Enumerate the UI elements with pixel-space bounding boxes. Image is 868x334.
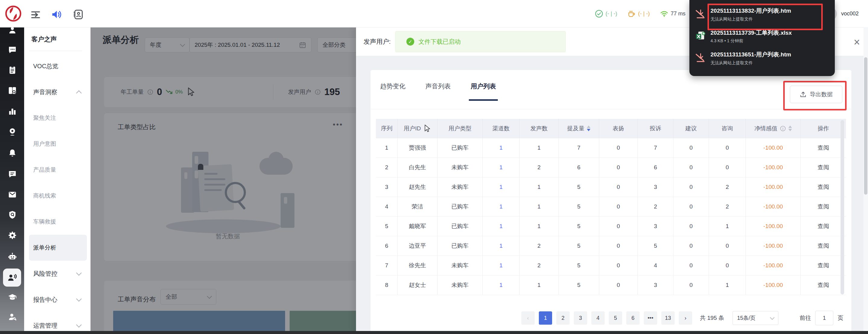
page-button-1[interactable]: 1 xyxy=(539,311,552,325)
page-button-3[interactable]: 3 xyxy=(574,311,587,325)
review-link[interactable]: 查阅 xyxy=(801,177,846,197)
cell-投诉: 3 xyxy=(638,177,673,197)
page-scrollbar-thumb[interactable] xyxy=(864,57,867,194)
book-search-icon xyxy=(8,86,17,95)
user-name[interactable]: voc002 xyxy=(841,0,859,27)
goto-page: 前往1页 xyxy=(800,311,843,325)
tab-用户列表[interactable]: 用户列表 xyxy=(471,82,496,101)
sidebar-item-风险管控[interactable]: 风险管控 xyxy=(29,261,87,286)
sidebar-item-车辆救援[interactable]: 车辆救援 xyxy=(29,209,87,235)
contacts-icon[interactable] xyxy=(72,9,84,20)
chevron-down-icon xyxy=(76,322,82,327)
cell-表扬: 0 xyxy=(599,197,638,217)
page-size-select[interactable]: 15条/页 xyxy=(733,311,778,325)
cell-用户类型: 未购车 xyxy=(437,177,483,197)
column-header-提及量[interactable]: 提及量 xyxy=(559,119,599,138)
sidebar-item-聚焦关注[interactable]: 聚焦关注 xyxy=(29,105,87,131)
cell-渠道数[interactable]: 1 xyxy=(483,217,520,236)
bell-icon xyxy=(8,148,17,157)
rail-item-user-key[interactable] xyxy=(8,312,17,321)
cell-序列: 5 xyxy=(376,217,398,236)
cell-渠道数[interactable]: 1 xyxy=(483,197,520,217)
download-item[interactable]: 20251113113739-工单列表.xlsx4.3 KB • 1 分钟前 xyxy=(693,26,829,47)
cell-渠道数[interactable]: 1 xyxy=(483,236,520,256)
page-button-6[interactable]: 6 xyxy=(626,311,640,325)
chevron-down-icon xyxy=(76,296,82,301)
page-button-‹[interactable]: ‹ xyxy=(521,311,535,325)
cell-渠道数[interactable]: 1 xyxy=(483,158,520,177)
user-table: 序列用户ID用户类型渠道数发声数提及量表扬投诉建议咨询净情感值操作 1贾强强已购… xyxy=(376,119,846,295)
rail-item-user-voice[interactable] xyxy=(3,269,21,286)
cell-用户类型: 未购车 xyxy=(437,158,483,177)
rail-item-book-search[interactable] xyxy=(8,86,17,95)
review-link[interactable]: 查阅 xyxy=(801,138,846,158)
announcement-icon[interactable] xyxy=(51,9,62,20)
cell-建议: 0 xyxy=(673,236,709,256)
cell-渠道数[interactable]: 1 xyxy=(483,256,520,275)
rail-item-shield-q[interactable] xyxy=(8,210,17,219)
cell-渠道数[interactable]: 1 xyxy=(483,177,520,197)
cell-表扬: 0 xyxy=(599,177,638,197)
drawer-title: 发声用户: xyxy=(364,27,391,56)
page-button-5[interactable]: 5 xyxy=(609,311,622,325)
sort-carets-icon[interactable] xyxy=(788,125,792,131)
wifi-icon xyxy=(660,10,668,18)
cell-渠道数[interactable]: 1 xyxy=(483,138,520,158)
goto-page-input[interactable]: 1 xyxy=(815,311,833,325)
review-link[interactable]: 查阅 xyxy=(801,158,846,177)
review-link[interactable]: 查阅 xyxy=(801,197,846,217)
chevron-down-icon xyxy=(770,315,775,320)
sidebar-item-label: 车辆救援 xyxy=(33,218,56,226)
column-header-净情感值[interactable]: 净情感值 xyxy=(746,119,801,138)
sidebar-item-VOC总览[interactable]: VOC总览 xyxy=(29,53,87,79)
table-scrollbar[interactable] xyxy=(841,120,844,295)
download-file-name: 20251113113832-用户列表.htm xyxy=(711,7,791,16)
rail-item-chat-dots[interactable] xyxy=(8,45,17,54)
rail-item-chat-lines[interactable] xyxy=(8,170,17,179)
cell-发声数: 1 xyxy=(520,197,559,217)
rail-item-graduation-cap[interactable] xyxy=(8,293,17,302)
network-status: 77 ms xyxy=(660,0,685,27)
rail-item-gear[interactable] xyxy=(8,231,17,240)
sidebar-item-声音洞察[interactable]: 声音洞察 xyxy=(29,79,87,105)
download-item[interactable]: 20251113113832-用户列表.htm无法从网站上提取文件 xyxy=(693,4,829,25)
rail-item-clipboard[interactable] xyxy=(8,65,17,74)
sidebar-item-派单分析[interactable]: 派单分析 xyxy=(29,235,87,261)
graduation-cap-icon xyxy=(8,293,17,302)
rail-item-bar-chart[interactable] xyxy=(8,107,17,116)
cell-用户类型: 已购车 xyxy=(437,197,483,217)
pagination-total: 共 195 条 xyxy=(700,314,724,322)
table-row: 3赵先生未购车1150302-100.00查阅 xyxy=(376,177,846,197)
sidebar-item-商机线索[interactable]: 商机线索 xyxy=(29,183,87,209)
page-button-›[interactable]: › xyxy=(679,311,692,325)
review-link[interactable]: 查阅 xyxy=(801,236,846,256)
blocked-download-icon xyxy=(695,8,706,19)
cell-建议: 0 xyxy=(673,158,709,177)
rail-item-mail[interactable] xyxy=(8,190,17,199)
download-item[interactable]: 20251113113651-用户列表.htm无法从网站上提取文件 xyxy=(693,48,829,68)
review-link[interactable]: 查阅 xyxy=(801,275,846,295)
page-button-2[interactable]: 2 xyxy=(556,311,569,325)
review-link[interactable]: 查阅 xyxy=(801,256,846,275)
pagination: ‹123456•••13›共 195 条15条/页前往1页 xyxy=(521,311,843,325)
column-label: 建议 xyxy=(685,125,697,132)
tab-声音列表[interactable]: 声音列表 xyxy=(425,82,451,101)
rail-item-bell[interactable] xyxy=(8,148,17,157)
rail-item-robot[interactable] xyxy=(8,252,17,261)
column-header-用户类型: 用户类型 xyxy=(437,119,483,138)
sidebar-item-报告中心[interactable]: 报告中心 xyxy=(29,286,87,312)
page-button-13[interactable]: 13 xyxy=(661,311,675,325)
page-button-•••[interactable]: ••• xyxy=(644,311,657,325)
sort-carets-icon[interactable] xyxy=(587,125,590,131)
review-link[interactable]: 查阅 xyxy=(801,217,846,236)
goto-unit: 页 xyxy=(838,314,843,322)
page-button-4[interactable]: 4 xyxy=(591,311,604,325)
close-icon[interactable]: × xyxy=(850,36,864,49)
tab-趋势变化[interactable]: 趋势变化 xyxy=(380,82,405,101)
sidebar-item-产品质量[interactable]: 产品质量 xyxy=(29,157,87,183)
sidebar-item-用户意图[interactable]: 用户意图 xyxy=(29,131,87,157)
cell-渠道数[interactable]: 1 xyxy=(483,275,520,295)
collapse-menu-icon[interactable] xyxy=(30,9,41,20)
rail-item-webcam[interactable] xyxy=(8,127,17,136)
column-label: 用户ID xyxy=(404,125,421,132)
